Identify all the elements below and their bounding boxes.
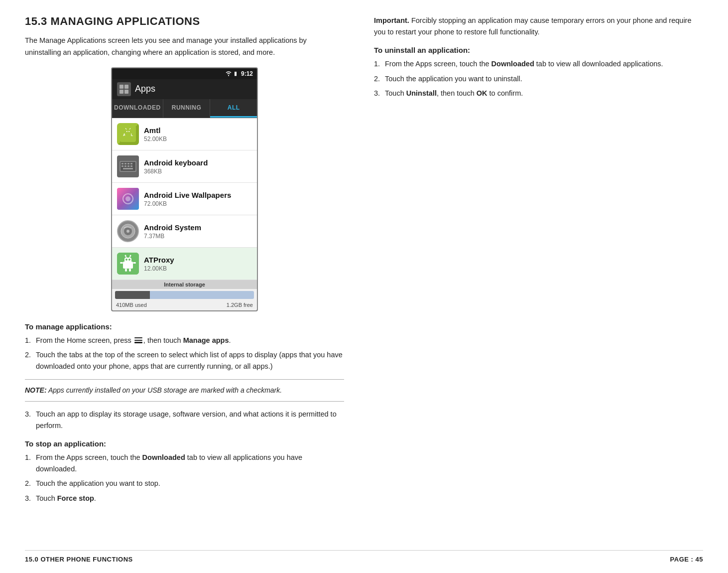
app-info-wallpapers: Android Live Wallpapers 72.00KB [144,190,252,208]
ok-bold: OK [477,89,487,97]
svg-rect-15 [124,163,126,164]
app-icon-system [117,220,139,242]
app-size-atproxy: 12.00KB [144,265,252,272]
uninstall-bold: Uninstall [406,89,437,97]
svg-rect-7 [125,133,131,138]
app-name-amtl: Amtl [144,126,252,136]
stop-step-2: 2. Touch the application you want to sto… [25,478,344,489]
svg-point-25 [125,196,130,201]
svg-point-33 [128,259,130,261]
phone-tabs[interactable]: DOWNLOADED RUNNING ALL [112,99,257,118]
step2-text: Touch the tabs at the top of the screen … [36,349,344,372]
app-name-atproxy: ATProxy [144,255,252,265]
important-text: Important. Forcibly stopping an applicat… [374,15,703,38]
svg-rect-14 [121,163,123,164]
step1-num: 1. [25,335,33,346]
tab-all[interactable]: ALL [210,99,257,118]
svg-rect-17 [130,163,132,164]
phone-storage-bar: Internal storage 410MB used 1.2GB free [112,280,257,310]
step3-text: Touch an app to display its storage usag… [36,409,344,431]
uninstall-step3-num: 3. [374,88,382,99]
wifi-icon [225,70,232,77]
uninstall-step-1: 1. From the Apps screen, touch the Downl… [374,58,703,70]
menu-bar-1 [134,337,142,339]
svg-rect-18 [121,165,123,167]
manage-step-3: 3. Touch an app to display its storage u… [25,409,344,431]
storage-track [115,291,254,299]
menu-bar-3 [134,342,142,343]
app-item-wallpapers[interactable]: Android Live Wallpapers 72.00KB [112,183,257,215]
phone-status-bar: ▮ 9:12 [112,68,257,79]
downloaded-bold-stop: Downloaded [142,453,185,461]
important-label: Important. [374,16,409,24]
app-info-system: Android System 7.37MB [144,223,252,240]
storage-used-fill [115,291,150,299]
step3-list: 3. Touch an app to display its storage u… [25,409,344,431]
manage-step-2: 2. Touch the tabs at the top of the scre… [25,349,344,372]
stop-step3-text: Touch Force stop. [36,493,344,504]
svg-rect-3 [124,90,128,94]
svg-rect-16 [127,163,129,164]
svg-rect-38 [120,262,123,264]
apps-header-icon [117,82,131,96]
footer-section-label: 15.0 OTHER PHONE FUNCTIONS [25,556,133,563]
svg-rect-2 [120,90,123,94]
stop-step1-text: From the Apps screen, touch the Download… [36,452,344,475]
force-stop-bold: Force stop [57,494,94,502]
manage-step-1: 1. From the Home screen, press , then to… [25,335,344,346]
app-info-atproxy: ATProxy 12.00KB [144,255,252,273]
svg-rect-40 [125,269,127,272]
app-item-system[interactable]: Android System 7.37MB [112,215,257,248]
storage-free-text: 1.2GB free [227,302,253,308]
svg-rect-21 [130,165,132,167]
menu-bar-2 [134,340,142,341]
app-icon-amtl: AMTL [117,123,139,145]
uninstall-step-3: 3. Touch Uninstall, then touch OK to con… [374,88,703,99]
svg-rect-22 [123,168,133,169]
svg-point-8 [126,131,127,132]
svg-rect-39 [133,262,136,264]
phone-screenshot: ▮ 9:12 Apps [111,67,258,311]
stop-step-1: 1. From the Apps screen, touch the Downl… [25,452,344,475]
stop-step3-num: 3. [25,493,33,504]
phone-app-list: AMTL [112,118,257,280]
storage-stats: 410MB used 1.2GB free [112,301,257,310]
footer-page-number: PAGE : 45 [670,556,703,563]
app-icon-wallpapers [117,188,139,210]
section-title: 15.3 MANAGING APPLICATIONS [25,15,344,28]
note-text: NOTE: Apps currently installed on your U… [25,385,344,396]
stop-step2-text: Touch the application you want to stop. [36,478,344,489]
app-size-keyboard: 368KB [144,168,252,175]
stop-step1-num: 1. [25,452,33,475]
note-body: Apps currently installed on your USB sto… [47,386,282,394]
manage-steps-list: 1. From the Home screen, press , then to… [25,335,344,373]
battery-icon: ▮ [234,70,237,77]
tab-running[interactable]: RUNNING [163,99,211,118]
app-info-keyboard: Android keyboard 368KB [144,158,252,175]
app-size-system: 7.37MB [144,233,252,240]
phone-header-title: Apps [135,84,155,94]
left-column: 15.3 MANAGING APPLICATIONS The Manage Ap… [25,15,364,507]
important-body: Forcibly stopping an application may cau… [374,16,692,36]
svg-point-28 [126,230,129,233]
status-icons: ▮ 9:12 [225,70,253,77]
note-box: NOTE: Apps currently installed on your U… [25,379,344,401]
app-icon-keyboard [117,155,139,177]
svg-rect-41 [129,269,131,272]
step2-num: 2. [25,349,33,372]
tab-downloaded[interactable]: DOWNLOADED [112,99,163,118]
uninstall-step2-num: 2. [374,73,382,85]
svg-rect-30 [123,262,133,269]
svg-point-9 [128,131,129,132]
app-name-system: Android System [144,223,252,233]
phone-app-header: Apps [112,79,257,99]
app-item-keyboard[interactable]: Android keyboard 368KB [112,150,257,183]
manage-apps-bold: Manage apps [183,336,229,344]
app-item-atproxy[interactable]: ATProxy 12.00KB [112,248,257,280]
uninstall-step1-text: From the Apps screen, touch the Download… [385,58,703,70]
status-time: 9:12 [241,70,253,77]
uninstall-step2-text: Touch the application you want to uninst… [385,73,703,85]
stop-step2-num: 2. [25,478,33,489]
svg-point-35 [125,255,126,256]
app-item-amtl[interactable]: AMTL [112,118,257,150]
